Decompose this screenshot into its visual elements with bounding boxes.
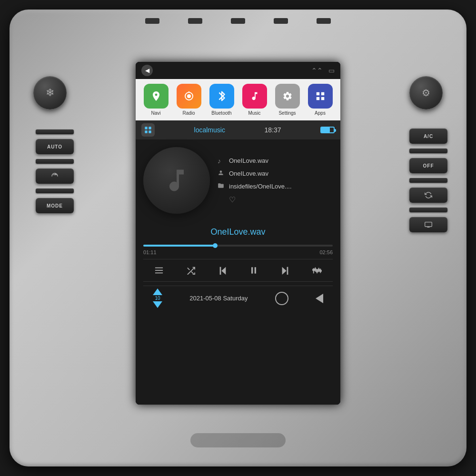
progress-times: 01:11 02:56 [143, 249, 333, 255]
total-time: 02:56 [319, 249, 333, 255]
screen: ◀ ⌃⌃ ▭ Navi [136, 62, 340, 405]
nav-date: 2021-05-08 Saturday [189, 295, 248, 302]
ac-button[interactable]: A/C [409, 129, 447, 144]
now-playing-bar: localmusic 18:37 [136, 120, 340, 139]
pause-button[interactable] [249, 265, 258, 276]
np-app-icon [141, 123, 155, 137]
svg-point-35 [319, 270, 321, 272]
track-row-2: OneILove.wav [218, 169, 333, 178]
chevrons-icon: ⌃⌃ [311, 67, 323, 74]
track-filepath: insidefiles/OneILove.... [229, 183, 292, 190]
music-icon [242, 84, 267, 109]
left-button-group: AUTO MODE [36, 129, 74, 213]
status-icons: ⌃⌃ ▭ [311, 67, 335, 74]
svg-rect-7 [321, 92, 324, 95]
svg-rect-13 [149, 130, 151, 133]
folder-icon [218, 182, 225, 190]
gear-icon: ⚙ [422, 87, 430, 99]
now-playing-time: 18:37 [264, 126, 281, 134]
bottom-panel: ✕ [190, 433, 286, 447]
settings-icon [275, 84, 300, 109]
music-label: Music [248, 110, 260, 116]
nav-up-down[interactable]: 10 [153, 288, 162, 308]
app-navi[interactable]: Navi [144, 84, 169, 116]
svg-rect-21 [219, 267, 221, 275]
battery-fill [321, 128, 330, 132]
track-row-1: ♪ OneILove.wav [218, 157, 333, 165]
right-bar-3 [409, 208, 447, 212]
recycle-button[interactable] [409, 188, 447, 203]
app-radio[interactable]: Radio [177, 84, 201, 116]
apps-label: Apps [315, 110, 326, 116]
mode-button[interactable]: MODE [36, 198, 74, 213]
track-info: ♪ OneILove.wav OneILove.wav [218, 147, 333, 214]
playlist-button[interactable] [154, 266, 164, 275]
progress-bar[interactable] [143, 245, 333, 247]
status-bar: ◀ ⌃⌃ ▭ [136, 62, 340, 79]
shuffle-button[interactable] [186, 266, 196, 275]
back-nav-icon[interactable] [316, 294, 323, 303]
vent [188, 18, 202, 24]
svg-rect-0 [425, 222, 432, 227]
fan-icon: ❄ [46, 87, 54, 99]
vent [317, 18, 331, 24]
music-content: ♪ OneILove.wav OneILove.wav [143, 147, 333, 214]
window-icon: ▭ [328, 67, 335, 74]
current-time: 01:11 [143, 249, 157, 255]
next-button[interactable] [280, 266, 290, 275]
radio-icon [177, 84, 201, 109]
left-knob[interactable]: ❄ [33, 76, 67, 109]
right-knob[interactable]: ⚙ [409, 76, 443, 109]
app-apps[interactable]: Apps [308, 84, 333, 116]
auto-button[interactable]: AUTO [36, 139, 74, 154]
screen-container: ◀ ⌃⌃ ▭ Navi [136, 62, 340, 405]
nav-up-icon [153, 288, 162, 295]
battery-indicator [320, 127, 335, 133]
progress-section: 01:11 02:56 [143, 245, 333, 255]
track-row-4: ♡ [218, 195, 333, 204]
right-bar-2 [409, 178, 447, 183]
progress-dot [213, 243, 218, 248]
svg-point-33 [316, 270, 318, 272]
left-bar-1 [36, 129, 74, 134]
svg-rect-11 [149, 127, 151, 129]
svg-rect-9 [321, 97, 324, 100]
svg-rect-8 [316, 97, 319, 100]
app-bluetooth[interactable]: Bluetooth [209, 84, 234, 116]
nav-bar: 10 2021-05-08 Saturday [143, 286, 333, 310]
svg-rect-23 [255, 267, 256, 273]
app-settings[interactable]: Settings [275, 84, 300, 116]
playback-controls [143, 259, 333, 282]
progress-fill [143, 245, 215, 247]
heart-icon[interactable]: ♡ [229, 195, 236, 204]
top-vents [145, 18, 331, 24]
home-button[interactable] [275, 292, 288, 305]
equalizer-button[interactable] [312, 266, 322, 275]
track-filename-2: OneILove.wav [229, 170, 268, 177]
app-grid: Navi Radio [136, 79, 340, 120]
right-bar-1 [409, 149, 447, 153]
radio-label: Radio [182, 110, 195, 116]
recirculate-button[interactable] [36, 169, 74, 184]
vent [145, 18, 159, 24]
track-row-3: insidefiles/OneILove.... [218, 182, 333, 190]
back-button[interactable]: ◀ [141, 65, 153, 76]
svg-line-19 [191, 272, 194, 274]
navi-label: Navi [151, 110, 160, 116]
car-panel: ❄ ⚙ AUTO MODE A/C OFF [10, 10, 466, 466]
svg-rect-10 [145, 127, 147, 129]
svg-line-18 [188, 268, 190, 270]
prev-button[interactable] [218, 266, 228, 275]
display-button[interactable] [409, 217, 447, 232]
back-arrow-icon: ◀ [145, 67, 149, 74]
svg-rect-6 [316, 92, 319, 95]
music-main: ♪ OneILove.wav OneILove.wav [136, 139, 340, 405]
svg-point-3 [187, 94, 191, 98]
apps-icon [308, 84, 333, 109]
bluetooth-label: Bluetooth [211, 110, 231, 116]
off-button[interactable]: OFF [409, 158, 447, 173]
app-music[interactable]: Music [242, 84, 267, 116]
vent [231, 18, 245, 24]
bottom-x-icon: ✕ [235, 435, 242, 446]
nav-count: 10 [155, 296, 160, 301]
